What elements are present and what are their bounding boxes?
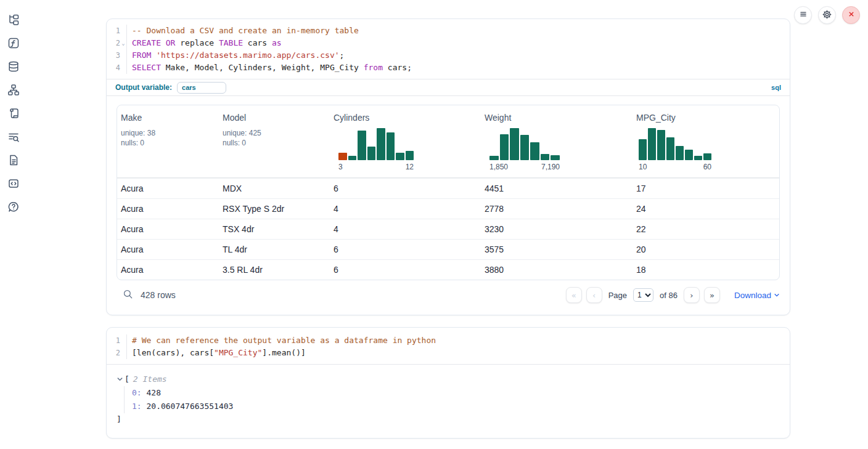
code-token: Make, Model, Cylinders, Weight, MPG_City — [161, 63, 364, 72]
sidebar-item-scratchpad[interactable] — [7, 107, 20, 121]
code-token: cars — [243, 38, 272, 47]
settings-button[interactable] — [818, 6, 836, 24]
help-icon — [7, 201, 20, 215]
table-row: Acura MDX 6 4451 17 — [117, 178, 779, 198]
cell-mpg-city: 24 — [633, 204, 779, 214]
language-badge[interactable]: sql — [771, 84, 781, 91]
fold-indicator — [120, 25, 126, 37]
menu-button[interactable] — [794, 6, 812, 24]
histogram-bar — [358, 131, 366, 160]
code-token: ].mean()] — [262, 348, 305, 357]
weight-histogram: 1,850 7,190 — [489, 128, 560, 171]
sidebar-item-help[interactable] — [7, 201, 20, 214]
database-icon — [7, 60, 20, 75]
last-page-button[interactable]: » — [704, 287, 720, 303]
column-header-cylinders[interactable]: Cylinders 3 12 — [330, 113, 481, 171]
histogram-bar — [489, 156, 499, 160]
items-count-label: 2 Items — [133, 373, 167, 386]
list-item: 0: 428 — [132, 386, 780, 400]
sidebar-item-variables[interactable] — [7, 37, 20, 51]
cell-make: Acura — [117, 245, 219, 254]
sql-code-editor[interactable]: 1 -- Download a CSV and create an in-mem… — [107, 19, 790, 79]
fold-chevron-icon[interactable]: ⌄ — [120, 37, 126, 49]
logs-search-icon — [7, 131, 20, 145]
cell-model: TSX 4dr — [219, 224, 330, 234]
axis-min-label: 1,850 — [489, 163, 508, 171]
column-header-make[interactable]: Make unique: 38 nulls: 0 — [117, 113, 219, 171]
page-total: of 86 — [660, 291, 678, 300]
sidebar — [0, 0, 27, 449]
histogram-bar — [500, 134, 509, 160]
cell-model: 3.5 RL 4dr — [219, 265, 330, 275]
table-row: Acura RSX Type S 2dr 4 2778 24 — [117, 198, 779, 219]
bracket-open: [ — [125, 373, 129, 386]
line-number: 1 — [107, 25, 120, 37]
code-token — [151, 51, 156, 60]
scratchpad-icon — [7, 107, 20, 121]
table-row: Acura 3.5 RL 4dr 6 3880 18 — [117, 259, 779, 280]
histogram-bar — [367, 147, 376, 160]
histogram-bar — [639, 139, 647, 160]
data-table: Make unique: 38 nulls: 0 Model unique: 4… — [117, 105, 780, 280]
histogram-bar — [685, 150, 693, 160]
axis-max-label: 7,190 — [541, 163, 560, 171]
column-stat-nulls: nulls: 0 — [223, 138, 330, 148]
code-token: FROM — [132, 51, 151, 60]
column-name: Make — [121, 113, 219, 123]
cell-make: Acura — [117, 204, 219, 214]
column-header-model[interactable]: Model unique: 425 nulls: 0 — [219, 113, 330, 171]
code-line: 1 -- Download a CSV and create an in-mem… — [107, 25, 790, 37]
python-cell-output: [ 2 Items 0: 428 1: 20.060747663551403 ] — [107, 364, 790, 434]
code-token: from — [364, 63, 383, 72]
prev-page-button[interactable]: ‹ — [586, 287, 602, 303]
column-header-mpg-city[interactable]: MPG_City 10 60 — [633, 113, 779, 171]
dependency-graph-icon — [7, 84, 20, 98]
sidebar-item-files[interactable] — [7, 14, 20, 27]
histogram-bar — [396, 153, 404, 160]
python-cell: 1 # We can reference the output variable… — [106, 327, 790, 439]
cylinders-histogram: 3 12 — [338, 128, 414, 171]
cell-make: Acura — [117, 265, 219, 275]
pagination: « ‹ Page 1 of 86 › » Download — [566, 287, 780, 303]
bracket-close: ] — [117, 413, 780, 426]
cell-cylinders: 6 — [330, 184, 481, 193]
histogram-bar — [694, 156, 702, 160]
column-stat-unique: unique: 38 — [121, 128, 219, 138]
sidebar-item-dependencies[interactable] — [7, 84, 20, 97]
shutdown-button[interactable] — [842, 6, 860, 24]
line-number: 2 — [107, 37, 120, 49]
table-row: Acura TL 4dr 6 3575 20 — [117, 239, 779, 259]
cell-weight: 4451 — [481, 184, 633, 193]
collapse-toggle[interactable] — [117, 375, 123, 384]
first-page-button[interactable]: « — [566, 287, 582, 303]
code-token: ; — [340, 51, 345, 60]
page-select[interactable]: 1 — [633, 288, 653, 302]
code-token: OR — [166, 38, 176, 47]
code-line: 2 [len(cars), cars["MPG_City"].mean()] — [107, 347, 790, 359]
line-number: 4 — [107, 62, 120, 74]
histogram-bar — [676, 146, 684, 160]
output-variable-label: Output variable: — [115, 83, 172, 92]
chevron-down-icon — [774, 291, 780, 300]
search-button[interactable] — [123, 289, 133, 301]
sidebar-item-datasources[interactable] — [7, 60, 20, 74]
cell-cylinders: 6 — [330, 245, 481, 254]
histogram-bar — [406, 151, 414, 160]
cell-weight: 2778 — [481, 204, 633, 214]
histogram-bar — [520, 135, 530, 160]
column-header-weight[interactable]: Weight 1,850 7,190 — [481, 113, 633, 171]
next-page-button[interactable]: › — [684, 287, 700, 303]
download-label: Download — [734, 291, 771, 300]
sql-cell: 1 -- Download a CSV and create an in-mem… — [106, 18, 790, 315]
code-token: TABLE — [219, 38, 243, 47]
sidebar-item-snippets[interactable] — [7, 177, 20, 191]
code-token — [161, 38, 166, 47]
function-icon — [7, 37, 20, 51]
cell-mpg-city: 22 — [633, 224, 779, 234]
sidebar-item-logs[interactable] — [7, 131, 20, 144]
download-button[interactable]: Download — [734, 291, 780, 300]
output-variable-input[interactable] — [177, 82, 226, 94]
python-code-editor[interactable]: 1 # We can reference the output variable… — [107, 328, 790, 364]
line-number: 2 — [107, 347, 120, 359]
sidebar-item-documentation[interactable] — [7, 154, 20, 168]
